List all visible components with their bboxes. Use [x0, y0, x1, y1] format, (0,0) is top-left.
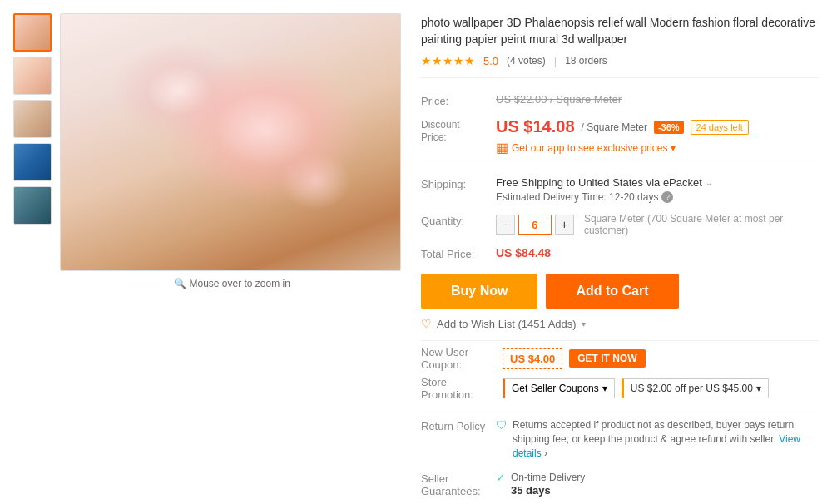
wishlist-text: Add to Wish List (1451 Adds) [437, 318, 577, 330]
quantity-label: Quantity: [421, 213, 496, 227]
action-buttons: Buy Now Add to Cart [421, 274, 819, 309]
price-per-unit: / Square Meter [582, 121, 647, 133]
usd-off-text: US $2.00 off per US $45.00 [631, 383, 753, 394]
price-label: Price: [421, 93, 496, 107]
thumbnail-5[interactable] [13, 186, 52, 225]
total-price-row: Total Price: US $84.48 [421, 241, 819, 265]
coupon-row: New UserCoupon: US $4.00 GET IT NOW [421, 346, 819, 371]
buy-now-button[interactable]: Buy Now [421, 274, 537, 309]
product-title: photo wallpaper 3D Phalaenopsis relief w… [421, 15, 819, 47]
coupon-value: US $4.00 [503, 348, 562, 369]
rating-score: 5.0 [483, 55, 498, 67]
seller-coupon-arrow: ▾ [602, 383, 607, 394]
discount-price-row: DiscountPrice: US $14.08 / Square Meter … [421, 112, 819, 161]
orders-count: 18 orders [565, 55, 607, 67]
thumbnail-3[interactable] [13, 100, 52, 138]
guarantee-label: Seller Guarantees: [421, 471, 496, 497]
shipping-label: Shipping: [421, 176, 496, 190]
total-price-value: US $84.48 [496, 246, 551, 259]
thumbnail-4[interactable] [13, 143, 52, 181]
arrow-icon: › [544, 447, 547, 459]
app-price-link[interactable]: ▦ Get our app to see exclusive prices ▾ [496, 140, 819, 156]
get-coupon-button[interactable]: GET IT NOW [569, 349, 645, 368]
discount-label: DiscountPrice: [421, 117, 496, 143]
seller-coupon-button[interactable]: Get Seller Coupons ▾ [503, 378, 615, 398]
total-label: Total Price: [421, 246, 496, 260]
thumbnail-2[interactable] [13, 57, 52, 95]
app-price-text: Get our app to see exclusive prices [512, 142, 667, 154]
quantity-decrease-button[interactable]: − [496, 215, 515, 235]
shipping-dropdown-icon[interactable]: ⌄ [706, 178, 712, 187]
return-policy-label: Return Policy [421, 418, 496, 432]
usd-off-button[interactable]: US $2.00 off per US $45.00 ▾ [622, 378, 769, 398]
return-policy-text: Returns accepted if product not as descr… [513, 418, 819, 460]
guarantee-days: 35 days [511, 484, 585, 497]
quantity-input[interactable] [518, 215, 552, 235]
quantity-increase-button[interactable]: + [555, 215, 574, 235]
promotion-row: Store Promotion: Get Seller Coupons ▾ US… [421, 376, 819, 401]
quantity-hint: Square Meter (700 Square Meter at most p… [584, 213, 819, 236]
promotion-label: Store Promotion: [421, 376, 496, 401]
coupon-label: New UserCoupon: [421, 346, 496, 371]
main-product-image [60, 13, 401, 271]
delivery-time-text: Estimated Delivery Time: 12-20 days [496, 191, 658, 203]
wishlist-row[interactable]: ♡ Add to Wish List (1451 Adds) ▾ [421, 317, 819, 330]
heart-icon: ♡ [421, 317, 432, 330]
checkmark-icon: ✓ [496, 471, 506, 484]
shield-icon: 🛡 [496, 418, 508, 432]
return-policy-row: Return Policy 🛡 Returns accepted if prod… [421, 413, 819, 465]
wishlist-dropdown-icon: ▾ [582, 319, 586, 329]
app-price-arrow: ▾ [671, 142, 676, 154]
seller-coupon-text: Get Seller Coupons [512, 383, 599, 394]
star-rating: ★★★★★ [421, 54, 475, 67]
quantity-row: Quantity: − + Square Meter (700 Square M… [421, 208, 819, 241]
guarantee-service: On-time Delivery [511, 471, 585, 485]
zoom-hint: Mouse over to zoom in [60, 278, 404, 289]
price-row: Price: US $22.00 / Square Meter [421, 88, 819, 112]
original-price: US $22.00 / Square Meter [496, 93, 819, 106]
guarantee-row: Seller Guarantees: ✓ On-time Delivery 35… [421, 466, 819, 502]
discount-badge: -36% [654, 121, 684, 134]
qr-code-icon: ▦ [496, 140, 508, 156]
days-left: 24 days left [691, 120, 749, 135]
add-to-cart-button[interactable]: Add to Cart [546, 274, 678, 309]
thumbnail-1[interactable] [13, 13, 52, 52]
shipping-value: Free Shipping to United States via ePack… [496, 176, 702, 189]
current-price: US $14.08 [496, 117, 575, 136]
help-icon[interactable]: ? [661, 191, 673, 203]
votes-count: (4 votes) [507, 55, 546, 67]
shipping-row: Shipping: Free Shipping to United States… [421, 171, 819, 208]
usd-off-arrow: ▾ [756, 383, 761, 394]
